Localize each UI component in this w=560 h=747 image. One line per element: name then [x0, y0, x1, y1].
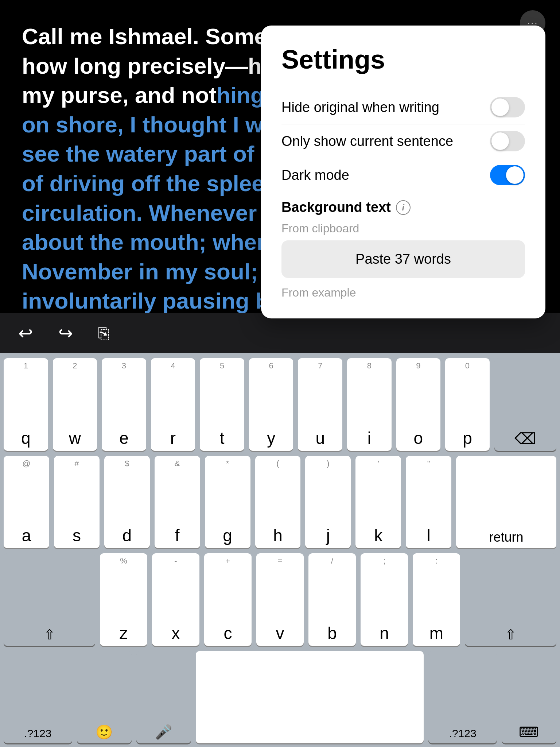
background-text-section: Background text i From clipboard Paste 3… [281, 200, 525, 299]
key-b[interactable]: /b [308, 553, 356, 646]
key-m[interactable]: :m [413, 553, 460, 646]
key-o[interactable]: 9o [396, 358, 441, 451]
key-i[interactable]: 8i [347, 358, 392, 451]
paste-button[interactable]: Paste 37 words [281, 240, 525, 278]
key-k[interactable]: 'k [355, 456, 401, 549]
dark-mode-label: Dark mode [281, 167, 349, 183]
key-x[interactable]: -x [152, 553, 199, 646]
hide-original-toggle[interactable] [490, 97, 525, 117]
shift-right-key[interactable]: ⇧ [465, 553, 556, 646]
space-key[interactable] [196, 651, 424, 744]
dark-mode-toggle[interactable] [490, 165, 525, 185]
background-text-title: Background text [281, 200, 391, 215]
background-text-header: Background text i [281, 200, 525, 215]
emoji-key[interactable]: 🙂 [77, 651, 132, 744]
key-j[interactable]: )j [305, 456, 351, 549]
hide-original-label: Hide original when writing [281, 100, 439, 115]
backspace-key[interactable]: ⌫ [494, 358, 556, 451]
settings-title: Settings [281, 44, 525, 74]
key-c[interactable]: +c [204, 553, 252, 646]
keyboard-row-3: ⇧ %z -x +c =v /b ;n :m ⇧ [4, 553, 556, 646]
key-l[interactable]: "l [406, 456, 451, 549]
settings-row-dark-mode: Dark mode [281, 158, 525, 192]
numbers-right-key[interactable]: .?123 [428, 651, 497, 744]
only-current-label: Only show current sentence [281, 133, 453, 149]
toggle-knob-3 [506, 166, 524, 184]
from-example-label: From example [281, 286, 525, 299]
key-h[interactable]: (h [255, 456, 301, 549]
clipboard-button[interactable]: ⎘ [95, 320, 113, 347]
keyboard-dismiss-key[interactable]: ⌨ [502, 651, 556, 744]
key-d[interactable]: $d [104, 456, 150, 549]
settings-row-only-current: Only show current sentence [281, 124, 525, 158]
key-w[interactable]: 2w [53, 358, 97, 451]
key-p[interactable]: 0p [445, 358, 490, 451]
toggle-knob-2 [491, 132, 509, 150]
shift-left-key[interactable]: ⇧ [4, 553, 95, 646]
key-g[interactable]: *g [205, 456, 250, 549]
toolbar: ↩ ↪ ⎘ [0, 313, 560, 353]
key-a[interactable]: @a [4, 456, 49, 549]
keyboard-row-2: @a #s $d &f *g (h )j 'k "l return [4, 456, 556, 549]
key-r[interactable]: 4r [151, 358, 195, 451]
keyboard: 1q 2w 3e 4r 5t 6y 7u 8i 9o 0p ⌫ @a #s $d… [0, 353, 560, 747]
settings-panel: Settings Hide original when writing Only… [261, 26, 545, 318]
key-y[interactable]: 6y [249, 358, 293, 451]
settings-row-hide-original: Hide original when writing [281, 90, 525, 124]
key-f[interactable]: &f [155, 456, 200, 549]
undo-button[interactable]: ↩ [15, 319, 36, 347]
keyboard-row-1: 1q 2w 3e 4r 5t 6y 7u 8i 9o 0p ⌫ [4, 358, 556, 451]
key-e[interactable]: 3e [102, 358, 146, 451]
key-u[interactable]: 7u [298, 358, 342, 451]
keyboard-row-4: .?123 🙂 🎤 .?123 ⌨ [4, 651, 556, 744]
from-clipboard-label: From clipboard [281, 222, 525, 235]
info-icon-text: i [402, 202, 404, 213]
key-n[interactable]: ;n [361, 553, 408, 646]
key-s[interactable]: #s [54, 456, 100, 549]
key-v[interactable]: =v [256, 553, 304, 646]
key-t[interactable]: 5t [200, 358, 244, 451]
mic-key[interactable]: 🎤 [136, 651, 191, 744]
numbers-left-key[interactable]: .?123 [4, 651, 72, 744]
text-white-3: my purse, and not [22, 82, 217, 108]
key-q[interactable]: 1q [4, 358, 48, 451]
key-z[interactable]: %z [100, 553, 147, 646]
info-icon[interactable]: i [396, 200, 411, 215]
toggle-knob [491, 98, 509, 116]
return-key[interactable]: return [456, 456, 556, 549]
redo-button[interactable]: ↪ [55, 319, 77, 347]
only-current-toggle[interactable] [490, 131, 525, 151]
